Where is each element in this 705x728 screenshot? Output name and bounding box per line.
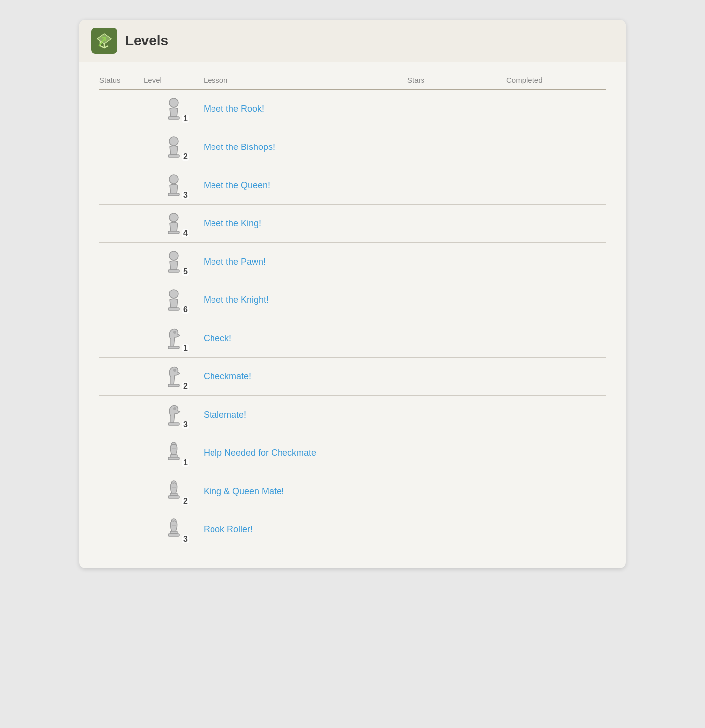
piece-number-0: 1 (182, 115, 189, 123)
svg-point-6 (169, 98, 178, 107)
col-status: Status (99, 76, 144, 84)
table-row[interactable]: 2 Checkmate! (99, 358, 606, 396)
piece-number-1: 2 (182, 153, 189, 161)
piece-number-6: 1 (182, 344, 189, 352)
svg-rect-9 (168, 155, 179, 157)
svg-rect-26 (168, 457, 179, 460)
piece-badge-8: 3 (158, 399, 190, 431)
svg-point-12 (169, 213, 178, 222)
lesson-link-8[interactable]: Stalemate! (204, 410, 407, 420)
piece-number-7: 2 (182, 382, 189, 390)
level-cell-11: 3 (144, 513, 204, 545)
piece-badge-0: 1 (158, 93, 190, 125)
table-row[interactable]: 1 Check! (99, 319, 606, 358)
piece-number-8: 3 (182, 421, 189, 429)
svg-rect-34 (168, 534, 179, 536)
svg-point-21 (173, 369, 176, 372)
piece-badge-3: 4 (158, 208, 190, 239)
piece-number-2: 3 (182, 191, 189, 199)
table-row[interactable]: 2 Meet the Bishops! (99, 128, 606, 166)
col-level: Level (144, 76, 204, 84)
table-row[interactable]: 3 Rook Roller! (99, 510, 606, 548)
table-row[interactable]: 6 Meet the Knight! (99, 281, 606, 319)
level-cell-8: 3 (144, 399, 204, 431)
level-cell-10: 2 (144, 475, 204, 507)
svg-rect-13 (168, 231, 179, 234)
table-row[interactable]: 3 Stalemate! (99, 396, 606, 434)
svg-rect-22 (168, 423, 179, 425)
lesson-link-1[interactable]: Meet the Bishops! (204, 142, 407, 152)
lesson-link-0[interactable]: Meet the Rook! (204, 104, 407, 114)
table-row[interactable]: 4 Meet the King! (99, 205, 606, 243)
svg-rect-17 (168, 308, 179, 310)
svg-point-10 (169, 175, 178, 184)
level-cell-7: 2 (144, 361, 204, 392)
svg-point-14 (169, 251, 178, 260)
lesson-link-2[interactable]: Meet the Queen! (204, 180, 407, 191)
piece-badge-7: 2 (158, 361, 190, 392)
lesson-link-11[interactable]: Rook Roller! (204, 524, 407, 535)
svg-rect-30 (168, 496, 179, 498)
piece-badge-6: 1 (158, 322, 190, 354)
svg-point-16 (169, 290, 178, 298)
table-row[interactable]: 1 Help Needed for Checkmate (99, 434, 606, 472)
level-cell-2: 3 (144, 169, 204, 201)
lesson-link-9[interactable]: Help Needed for Checkmate (204, 448, 407, 458)
svg-rect-15 (168, 270, 179, 272)
levels-container: Levels Status Level Lesson Stars Complet… (79, 20, 626, 568)
piece-number-4: 5 (182, 268, 189, 276)
piece-badge-11: 3 (158, 513, 190, 545)
svg-point-23 (173, 407, 176, 410)
levels-table: Status Level Lesson Stars Completed 1 Me… (79, 62, 626, 568)
lesson-link-5[interactable]: Meet the Knight! (204, 295, 407, 305)
piece-number-9: 1 (182, 459, 189, 467)
levels-icon (95, 32, 113, 50)
table-row[interactable]: 3 Meet the Queen! (99, 166, 606, 205)
svg-rect-20 (168, 384, 179, 387)
col-lesson: Lesson (204, 76, 407, 84)
piece-badge-10: 2 (158, 475, 190, 507)
col-completed: Completed (506, 76, 606, 84)
header-icon (91, 28, 117, 54)
table-header: Status Level Lesson Stars Completed (99, 72, 606, 90)
piece-number-11: 3 (182, 535, 189, 543)
table-row[interactable]: 5 Meet the Pawn! (99, 243, 606, 281)
level-cell-4: 5 (144, 246, 204, 278)
level-cell-5: 6 (144, 284, 204, 316)
level-cell-6: 1 (144, 322, 204, 354)
svg-rect-18 (168, 346, 179, 349)
page-title: Levels (125, 33, 168, 49)
piece-number-10: 2 (182, 497, 189, 505)
lesson-link-10[interactable]: King & Queen Mate! (204, 486, 407, 497)
svg-rect-7 (168, 117, 179, 119)
svg-point-19 (173, 331, 176, 334)
piece-number-3: 4 (182, 229, 189, 237)
piece-badge-1: 2 (158, 131, 190, 163)
lesson-link-3[interactable]: Meet the King! (204, 218, 407, 229)
page-header: Levels (79, 20, 626, 62)
level-cell-1: 2 (144, 131, 204, 163)
piece-badge-5: 6 (158, 284, 190, 316)
piece-badge-2: 3 (158, 169, 190, 201)
level-cell-3: 4 (144, 208, 204, 239)
table-row[interactable]: 2 King & Queen Mate! (99, 472, 606, 510)
svg-point-8 (169, 137, 178, 146)
table-row[interactable]: 1 Meet the Rook! (99, 90, 606, 128)
lesson-link-4[interactable]: Meet the Pawn! (204, 257, 407, 267)
piece-badge-4: 5 (158, 246, 190, 278)
lesson-link-7[interactable]: Checkmate! (204, 371, 407, 382)
svg-rect-11 (168, 193, 179, 196)
level-cell-0: 1 (144, 93, 204, 125)
level-cell-9: 1 (144, 437, 204, 469)
table-body: 1 Meet the Rook! 2 Meet the Bishops! 3 (99, 90, 606, 548)
piece-number-5: 6 (182, 306, 189, 314)
lesson-link-6[interactable]: Check! (204, 333, 407, 344)
piece-badge-9: 1 (158, 437, 190, 469)
col-stars: Stars (407, 76, 506, 84)
